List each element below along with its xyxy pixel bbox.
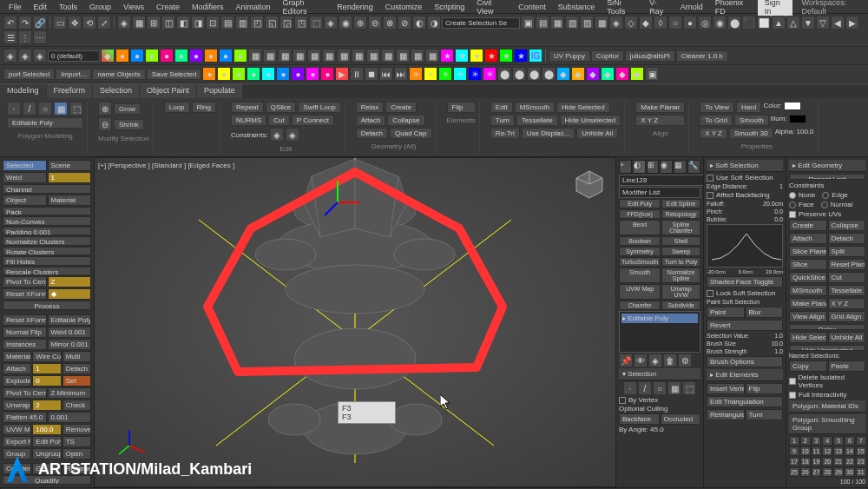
menu-group[interactable]: Group <box>84 1 116 13</box>
flatten2-button[interactable]: 0.001 <box>48 412 92 423</box>
attach-button[interactable]: Attach <box>789 233 827 244</box>
hierarchy-tab-icon[interactable]: ⊞ <box>647 160 660 174</box>
tool-icon[interactable]: ◆ <box>101 49 115 63</box>
paint-button[interactable]: Paint <box>707 307 745 318</box>
tool-icon[interactable]: ⋮ <box>18 30 32 44</box>
edge-subobj-icon[interactable]: / <box>638 381 652 395</box>
cut-button[interactable]: Cut <box>828 272 866 283</box>
tool-icon[interactable]: ⬤ <box>542 67 556 81</box>
modifier-list-dropdown[interactable]: Modifier List <box>619 187 700 198</box>
cleaner-button[interactable]: Cleaner 1.0 b <box>676 50 728 62</box>
split-button[interactable]: Split <box>828 246 866 257</box>
bubble-value[interactable]: 0.0 <box>774 216 783 222</box>
tool-icon[interactable]: ★ <box>499 49 513 63</box>
repeat-last-button[interactable]: Repeat Last <box>789 174 865 180</box>
mod-button[interactable]: Turn to Poly <box>661 257 700 267</box>
sg-button[interactable]: 10 <box>800 446 811 456</box>
tool-icon[interactable]: ▦ <box>263 49 277 63</box>
tool-icon[interactable]: ⬤ <box>527 67 541 81</box>
tool-icon[interactable]: ▦ <box>248 49 262 63</box>
selected-button[interactable]: Selected <box>3 160 47 171</box>
tool-icon[interactable]: ⊘ <box>398 16 411 30</box>
retri-button[interactable]: Re-Tri <box>490 128 520 139</box>
sg-button[interactable]: 13 <box>833 446 844 456</box>
menu-animation[interactable]: Animation <box>230 1 275 13</box>
delete-icon[interactable]: 🗑 <box>663 354 677 367</box>
tool-icon[interactable]: ◎ <box>698 16 712 30</box>
undo-icon[interactable]: ↶ <box>3 16 17 30</box>
tool-icon[interactable]: ◊ <box>654 16 667 30</box>
tool-icon[interactable]: ◲ <box>279 16 293 30</box>
mod-button[interactable]: Edit Spline <box>661 199 700 208</box>
tool-icon[interactable]: ▧ <box>565 16 579 30</box>
swiftloop-button[interactable]: Swift Loop <box>298 102 340 113</box>
tab-freeform[interactable]: Freeform <box>47 84 94 98</box>
collapse-button[interactable]: Collapse <box>828 220 866 231</box>
tool-icon[interactable]: ◈ <box>609 16 623 30</box>
tool-icon[interactable]: ● <box>160 49 174 63</box>
lock-softsel-checkbox[interactable]: Lock Soft Selection <box>707 289 783 297</box>
edge-dist-value[interactable]: 1 <box>779 183 783 189</box>
delete-iso-checkbox[interactable]: Delete Isolated Vertices <box>789 373 865 389</box>
selection-rollout-header[interactable]: ▾ Selection <box>619 368 700 380</box>
menu-grapheditors[interactable]: Graph Editors <box>277 0 330 17</box>
tool-icon[interactable]: ▦ <box>411 49 424 63</box>
tool-icon[interactable]: ● <box>276 67 290 81</box>
mod-button[interactable]: Bend <box>619 220 661 235</box>
togrid-button[interactable]: To Grid <box>700 115 733 126</box>
tool-icon[interactable]: ● <box>174 49 188 63</box>
pin-icon[interactable]: 📌 <box>619 354 633 367</box>
tool-icon[interactable]: ◰ <box>250 16 264 30</box>
tool-icon[interactable]: ▶ <box>335 67 349 81</box>
wirecolor-button[interactable]: Wire Color <box>32 351 61 362</box>
tool-icon[interactable]: ▦ <box>293 49 306 63</box>
mirror-button[interactable]: Mirror 0.001 <box>48 339 92 350</box>
tool-icon[interactable]: ⬛ <box>742 16 756 30</box>
config-icon[interactable]: ⚙ <box>678 354 692 367</box>
poly-subobj-icon[interactable]: ▦ <box>667 381 681 395</box>
vertex-subobj-icon[interactable]: · <box>623 381 637 395</box>
polysmooth-header[interactable]: Polygon: Smoothing Group <box>789 414 865 434</box>
tool-icon[interactable]: ◆ <box>571 67 585 81</box>
menu-substance[interactable]: Substance <box>553 1 601 13</box>
sg-button[interactable]: 7 <box>856 436 866 446</box>
xyz-button[interactable]: X Y Z <box>635 115 685 126</box>
material-button[interactable]: Material <box>48 195 92 206</box>
brushsize-value[interactable]: 10.0 <box>771 340 783 347</box>
tool-icon[interactable]: ▦ <box>396 49 410 63</box>
makeplanar-button[interactable]: Make Planar <box>789 298 827 309</box>
by-vertex-checkbox[interactable]: By Vertex <box>619 396 700 404</box>
qslice-button[interactable]: QSlice <box>266 102 297 113</box>
element-icon[interactable]: ⬚ <box>69 102 83 116</box>
menu-rendering[interactable]: Rendering <box>332 1 378 13</box>
tool-icon[interactable]: ▦ <box>425 49 439 63</box>
link-icon[interactable]: 🔗 <box>33 16 47 30</box>
redo-icon[interactable]: ↷ <box>18 16 32 30</box>
tool-icon[interactable]: ▦ <box>352 49 365 63</box>
mod-button[interactable]: Sweep <box>661 247 700 256</box>
color-swatch[interactable] <box>784 102 801 110</box>
tool-icon[interactable]: ● <box>232 67 246 81</box>
weld-button[interactable]: Weld <box>3 172 47 183</box>
tool-icon[interactable]: ◆ <box>630 67 644 81</box>
tool-icon[interactable]: ● <box>683 16 697 30</box>
repeat-button[interactable]: Repeat <box>231 102 264 113</box>
sg-button[interactable]: 27 <box>812 467 822 477</box>
instances-button[interactable]: Instances <box>3 339 47 350</box>
sg-button[interactable]: 28 <box>822 467 832 477</box>
multi-button[interactable]: Multi <box>62 351 91 362</box>
rotate-button[interactable]: Rotate Clusters <box>3 247 91 256</box>
tool-icon[interactable]: ▥ <box>235 16 249 30</box>
zmin-button[interactable]: Z Minimum <box>48 387 92 399</box>
tool-icon[interactable]: ● <box>217 67 231 81</box>
tool-icon[interactable]: ▦ <box>307 49 321 63</box>
mod-button[interactable]: Smooth <box>619 268 661 283</box>
tool-icon[interactable]: ⬚ <box>309 16 323 30</box>
tab-selection[interactable]: Selection <box>93 84 140 98</box>
tool-icon[interactable]: ☀ <box>453 67 467 81</box>
shrink-button[interactable]: Shrink <box>114 119 144 130</box>
tool-icon[interactable]: ⊕ <box>353 16 367 30</box>
menu-create[interactable]: Create <box>151 1 185 13</box>
poly-icon[interactable]: ▦ <box>54 102 68 116</box>
sg-button[interactable]: 5 <box>833 436 844 446</box>
